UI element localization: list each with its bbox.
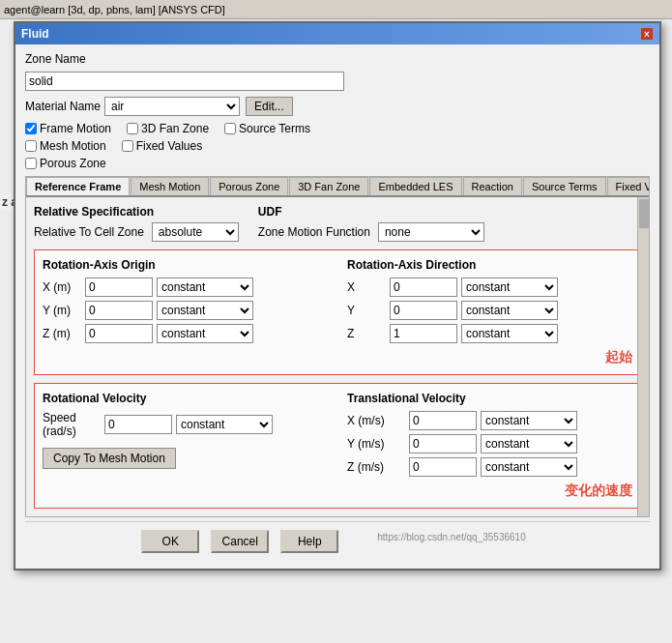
dialog-title: Fluid: [21, 27, 49, 41]
checkboxes-row1: Frame Motion 3D Fan Zone Source Terms: [25, 122, 650, 135]
fan-zone-3d-label: 3D Fan Zone: [141, 122, 209, 135]
app-title: agent@learn [3d, dp, pbns, lam] [ANSYS C…: [4, 4, 225, 15]
udf-inner: Zone Motion Function none: [258, 222, 484, 242]
tab-source-terms[interactable]: Source Terms: [523, 177, 606, 195]
close-button[interactable]: ×: [640, 27, 654, 41]
zone-name-row: Zone Name: [25, 52, 650, 66]
origin-x-label: X (m): [43, 280, 81, 294]
origin-z-label: Z (m): [43, 327, 81, 340]
direction-x-method[interactable]: constant: [461, 278, 558, 297]
mesh-motion-checkbox-label[interactable]: Mesh Motion: [25, 139, 106, 153]
udf-group: UDF Zone Motion Function none: [258, 205, 484, 242]
zone-name-label: Zone Name: [25, 52, 86, 66]
origin-z-input[interactable]: [85, 324, 153, 343]
frame-motion-checkbox-label[interactable]: Frame Motion: [25, 122, 111, 135]
direction-z-method[interactable]: constant: [461, 324, 558, 343]
velocity-row: Rotational Velocity Speed (rad/s) consta…: [43, 392, 632, 481]
trans-z-row: Z (m/s) constant: [347, 457, 632, 477]
zone-motion-function-label: Zone Motion Function: [258, 225, 370, 239]
dialog-titlebar: Fluid ×: [15, 23, 659, 44]
rotation-axis-origin: Rotation-Axis Origin X (m) constant Y (m…: [43, 258, 328, 347]
ok-button[interactable]: OK: [141, 530, 199, 553]
material-name-label: Material Name: [25, 100, 101, 113]
origin-z-method[interactable]: constant: [157, 324, 253, 343]
frame-motion-label: Frame Motion: [40, 122, 111, 135]
origin-y-input[interactable]: [85, 301, 153, 320]
annotation-start: 起始: [43, 349, 632, 366]
direction-y-row: Y constant: [347, 301, 632, 320]
trans-y-row: Y (m/s) constant: [347, 434, 632, 453]
tab-porous-zone[interactable]: Porous Zone: [210, 177, 288, 195]
dialog-body: Zone Name Material Name air Edit... Fram…: [15, 44, 659, 569]
porous-zone-label: Porous Zone: [40, 157, 106, 170]
speed-method[interactable]: constant: [176, 415, 273, 434]
rotational-velocity-title: Rotational Velocity: [43, 392, 328, 405]
fan-zone-3d-checkbox-label[interactable]: 3D Fan Zone: [127, 122, 209, 135]
direction-z-input[interactable]: [390, 324, 457, 343]
rotation-axis-origin-title: Rotation-Axis Origin: [43, 258, 328, 272]
dialog-footer: OK Cancel Help https://blog.csdn.net/qq_…: [25, 521, 650, 561]
tab-embedded-les[interactable]: Embedded LES: [369, 177, 461, 195]
frame-motion-checkbox[interactable]: [25, 123, 37, 134]
fixed-values-checkbox-label[interactable]: Fixed Values: [122, 139, 202, 153]
tab-bar: Reference Frame Mesh Motion Porous Zone …: [26, 177, 649, 197]
direction-x-input[interactable]: [390, 278, 457, 297]
trans-x-method[interactable]: constant: [481, 411, 577, 430]
annotation-velocity: 变化的速度: [43, 482, 632, 500]
mesh-motion-checkbox[interactable]: [25, 140, 37, 152]
origin-y-method[interactable]: constant: [157, 301, 253, 320]
fluid-dialog: Fluid × Zone Name Material Name air Edit…: [14, 21, 661, 570]
trans-y-method[interactable]: constant: [481, 434, 577, 453]
material-name-select[interactable]: air: [104, 97, 240, 116]
relative-spec-group: Relative Specification Relative To Cell …: [34, 205, 239, 242]
tab-mesh-motion[interactable]: Mesh Motion: [131, 177, 209, 195]
tab-content-reference-frame: Relative Specification Relative To Cell …: [26, 197, 649, 516]
material-row: Material Name air Edit...: [25, 97, 650, 116]
direction-y-input[interactable]: [390, 301, 457, 320]
tab-reference-frame[interactable]: Reference Frame: [26, 177, 130, 197]
tab-reaction[interactable]: Reaction: [463, 177, 522, 195]
origin-y-row: Y (m) constant: [43, 301, 328, 320]
trans-z-method[interactable]: constant: [481, 457, 577, 477]
tab-fan-zone-3d[interactable]: 3D Fan Zone: [289, 177, 368, 195]
direction-y-method[interactable]: constant: [461, 301, 558, 320]
fan-zone-3d-checkbox[interactable]: [127, 123, 138, 134]
cancel-button[interactable]: Cancel: [211, 530, 269, 553]
rotation-axis-section: Rotation-Axis Origin X (m) constant Y (m…: [34, 249, 641, 375]
translational-velocity: Translational Velocity X (m/s) constant …: [347, 392, 632, 481]
scrollbar[interactable]: [637, 197, 649, 516]
porous-zone-checkbox[interactable]: [25, 158, 37, 169]
tabs-container: Reference Frame Mesh Motion Porous Zone …: [25, 176, 650, 517]
copy-to-mesh-motion-button[interactable]: Copy To Mesh Motion: [43, 448, 176, 469]
trans-z-label: Z (m/s): [347, 460, 405, 474]
speed-row: Speed (rad/s) constant: [43, 411, 328, 438]
zone-motion-function-select[interactable]: none: [378, 222, 484, 242]
trans-y-input[interactable]: [409, 434, 477, 453]
scroll-thumb[interactable]: [639, 199, 649, 228]
watermark: https://blog.csdn.net/qq_35536610: [369, 530, 533, 553]
porous-zone-checkbox-label[interactable]: Porous Zone: [25, 157, 106, 170]
source-terms-checkbox[interactable]: [224, 123, 236, 134]
direction-x-label: X: [347, 280, 386, 294]
speed-label: Speed (rad/s): [43, 411, 101, 438]
tab-fixed-values[interactable]: Fixed Values: [607, 177, 649, 195]
zone-name-input[interactable]: [25, 72, 344, 91]
relative-spec-select[interactable]: absolute: [152, 222, 239, 242]
trans-z-input[interactable]: [409, 457, 477, 477]
origin-z-row: Z (m) constant: [43, 324, 328, 343]
origin-x-input[interactable]: [85, 278, 153, 297]
fixed-values-label: Fixed Values: [136, 139, 202, 153]
source-terms-checkbox-label[interactable]: Source Terms: [224, 122, 310, 135]
edit-material-button[interactable]: Edit...: [246, 97, 293, 116]
trans-x-input[interactable]: [409, 411, 477, 430]
trans-y-label: Y (m/s): [347, 437, 405, 451]
translational-velocity-title: Translational Velocity: [347, 392, 632, 405]
direction-y-label: Y: [347, 304, 386, 317]
help-button[interactable]: Help: [280, 530, 338, 553]
origin-x-method[interactable]: constant: [157, 278, 253, 297]
speed-input[interactable]: [104, 415, 172, 434]
axis-grid: Rotation-Axis Origin X (m) constant Y (m…: [43, 258, 632, 347]
zone-name-input-row: [25, 72, 650, 91]
fixed-values-checkbox[interactable]: [122, 140, 133, 152]
rotational-velocity: Rotational Velocity Speed (rad/s) consta…: [43, 392, 328, 481]
